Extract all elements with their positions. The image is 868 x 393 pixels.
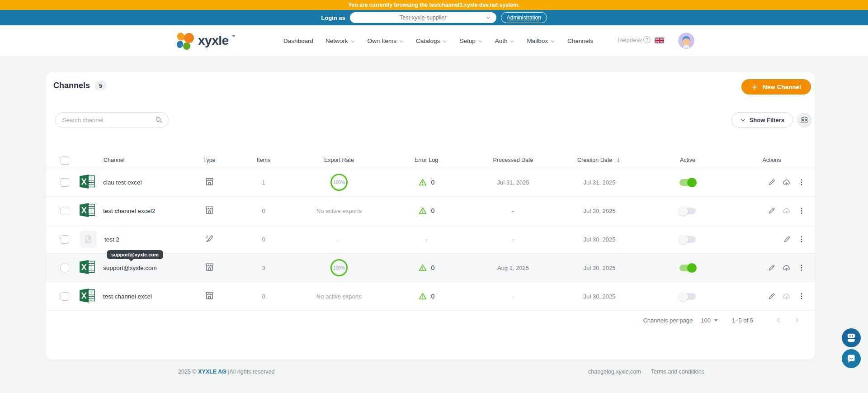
export-rate-value: 100% — [333, 180, 345, 185]
warning-triangle-icon — [418, 263, 427, 272]
page-range-label: 1–5 of 5 — [732, 317, 753, 324]
error-log-warning[interactable]: 0 — [418, 178, 435, 187]
edit-action-button[interactable] — [768, 207, 776, 215]
edit-action-button[interactable] — [768, 178, 776, 186]
company-link[interactable]: XYXLE AG — [198, 369, 226, 375]
kebab-menu-icon — [797, 235, 806, 243]
select-all-checkbox[interactable] — [61, 156, 69, 165]
more-actions-button[interactable] — [797, 235, 806, 243]
helpdesk-link[interactable]: Helpdesk ? — [618, 36, 651, 43]
error-log-warning[interactable]: 0 — [418, 206, 435, 215]
cloud-upload-icon — [782, 178, 791, 187]
previous-page-button[interactable] — [775, 317, 782, 324]
export-action-button[interactable] — [782, 263, 791, 272]
grid-icon — [801, 116, 808, 124]
active-toggle[interactable] — [679, 208, 696, 214]
nav-item-channels[interactable]: Channels — [567, 38, 593, 44]
channel-name[interactable]: test channel excel2 — [103, 208, 156, 214]
administration-button[interactable]: Administration — [501, 12, 547, 23]
per-page-select[interactable]: 100 — [701, 317, 718, 324]
active-toggle[interactable] — [679, 265, 696, 271]
nav-item-mailbox[interactable]: Mailbox — [527, 38, 555, 44]
xyxle-logo[interactable]: xyxle ™ — [175, 32, 236, 52]
column-header-error-log[interactable]: Error Log — [387, 152, 465, 168]
column-header-export-rate[interactable]: Export Rate — [291, 152, 387, 168]
new-channel-button[interactable]: New Channel — [741, 79, 811, 95]
chat-bubble-icon — [846, 353, 857, 364]
edit-action-button[interactable] — [783, 235, 791, 243]
active-toggle[interactable] — [679, 293, 696, 300]
cloud-upload-icon — [782, 263, 791, 272]
toggle-knob — [679, 292, 688, 301]
more-actions-button[interactable] — [797, 264, 806, 272]
channel-name[interactable]: clau test excel — [103, 179, 142, 186]
tooltip-text: support@xyxle.com — [111, 252, 159, 257]
storefront-icon — [204, 290, 215, 303]
chevron-down-icon — [550, 39, 555, 44]
pencil-icon — [768, 292, 776, 300]
table-row[interactable]: test 2 0 - — [46, 225, 815, 254]
error-log-warning[interactable]: 0 — [418, 292, 435, 301]
excel-file-icon — [80, 175, 95, 190]
export-action-button[interactable] — [782, 178, 791, 187]
more-actions-button[interactable] — [797, 292, 806, 300]
nav-item-setup[interactable]: Setup — [459, 38, 482, 44]
nav-item-auth[interactable]: Auth — [495, 38, 515, 44]
terms-link[interactable]: Terms and conditions — [651, 369, 704, 375]
warning-triangle-icon — [418, 206, 427, 215]
column-header-processed-date[interactable]: Processed Date — [465, 152, 561, 168]
active-toggle[interactable] — [679, 179, 696, 186]
language-flag-uk-icon[interactable] — [655, 38, 664, 43]
nav-label: Dashboard — [283, 38, 313, 44]
active-toggle[interactable] — [679, 236, 696, 243]
export-rate-value: 100% — [333, 265, 345, 270]
nav-item-dashboard[interactable]: Dashboard — [283, 38, 313, 44]
nav-item-own-items[interactable]: Own Items — [368, 38, 404, 44]
channel-name[interactable]: test 2 — [104, 236, 119, 243]
per-page-label: Channels per page — [643, 317, 693, 324]
column-header-active[interactable]: Active — [651, 152, 724, 168]
next-page-button[interactable] — [793, 317, 800, 324]
column-header-actions: Actions — [733, 152, 810, 168]
changelog-link[interactable]: changelog.xyxle.com — [588, 369, 641, 375]
error-log-warning[interactable]: 0 — [418, 263, 435, 272]
assistant-robot-button[interactable] — [842, 328, 861, 347]
nav-item-network[interactable]: Network — [326, 38, 355, 44]
chevron-down-icon — [740, 117, 746, 123]
toggle-knob — [679, 206, 688, 216]
user-avatar[interactable] — [678, 33, 694, 49]
plus-icon — [751, 84, 758, 90]
row-checkbox[interactable] — [61, 292, 69, 301]
channel-name[interactable]: support@xyxle.com — [103, 265, 157, 271]
export-action-button[interactable] — [782, 292, 791, 301]
channel-name[interactable]: test channel excel — [103, 293, 152, 300]
table-row[interactable]: clau test excel 1 100% — [46, 168, 815, 197]
edit-action-button[interactable] — [768, 264, 776, 272]
grid-view-button[interactable] — [797, 113, 812, 128]
more-actions-button[interactable] — [797, 178, 806, 186]
column-header-type[interactable]: Type — [182, 152, 236, 168]
copyright-text: 2025 © — [178, 369, 197, 375]
row-checkbox[interactable] — [61, 264, 69, 272]
xyxle-logo-mark-icon — [175, 32, 195, 52]
warning-triangle-icon — [418, 292, 427, 301]
table-row[interactable]: test channel excel2 0 No active e — [46, 197, 815, 225]
column-header-items[interactable]: Items — [236, 152, 291, 168]
column-header-creation-date[interactable]: Creation Date — [561, 152, 638, 168]
error-count: 0 — [431, 207, 435, 214]
more-actions-button[interactable] — [797, 207, 806, 215]
row-checkbox[interactable] — [61, 178, 69, 187]
show-filters-button[interactable]: Show Filters — [731, 112, 793, 128]
nav-item-catalogs[interactable]: Catalogs — [416, 38, 447, 44]
row-checkbox[interactable] — [61, 207, 69, 215]
row-checkbox[interactable] — [61, 235, 69, 244]
supplier-select[interactable]: Test-xyxle-supplier — [350, 12, 496, 23]
export-action-button[interactable] — [782, 206, 791, 215]
search-input[interactable] — [55, 112, 169, 128]
chevron-down-icon — [442, 39, 447, 44]
chat-support-button[interactable] — [842, 349, 861, 368]
edit-action-button[interactable] — [768, 292, 776, 300]
table-row[interactable]: test channel excel 0 No active ex — [46, 282, 815, 311]
processed-date: Jul 31, 2025 — [497, 179, 529, 186]
creation-date: Jul 30, 2025 — [584, 293, 616, 300]
